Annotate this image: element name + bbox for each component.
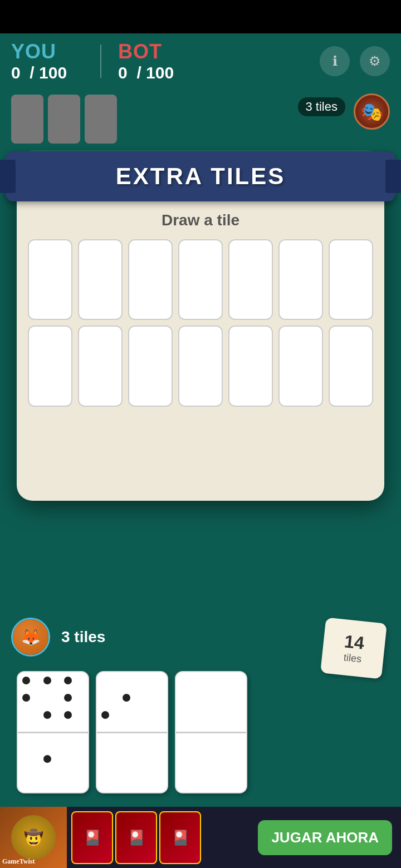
- dot: [123, 755, 130, 763]
- score-divider: [100, 45, 101, 78]
- dot: [143, 694, 151, 702]
- player-tiles-count: 3 tiles: [61, 628, 105, 646]
- you-max-score: / 100: [30, 63, 67, 82]
- extra-tile-5[interactable]: [228, 239, 273, 320]
- player-hand: [11, 671, 247, 793]
- dot: [43, 738, 51, 746]
- dot: [143, 772, 151, 780]
- player-tile-1-top: [18, 672, 88, 732]
- dot: [101, 694, 109, 702]
- player-avatar-inner: 🦊: [13, 619, 48, 655]
- extra-tile-4[interactable]: [178, 239, 223, 320]
- extra-tile-11[interactable]: [178, 326, 223, 406]
- score-header: YOU 0 / 100 BOT 0 / 100 ℹ ⚙: [0, 33, 401, 89]
- dot: [180, 694, 188, 702]
- draw-pile[interactable]: 14 tiles: [320, 618, 387, 679]
- dot: [101, 711, 109, 719]
- ad-card-strip: 🎴 🎴 🎴: [67, 807, 258, 868]
- dot: [22, 738, 30, 746]
- info-button[interactable]: ℹ: [320, 46, 350, 76]
- extra-tile-8[interactable]: [28, 326, 72, 406]
- you-score-section: YOU 0 / 100: [11, 40, 67, 82]
- dot: [180, 677, 188, 684]
- dot: [143, 755, 151, 763]
- dot: [64, 677, 72, 684]
- dot: [64, 772, 72, 780]
- dot: [202, 738, 209, 746]
- dot: [222, 772, 230, 780]
- ad-cta-button[interactable]: JUGAR AHORA: [258, 820, 392, 855]
- ad-card-1: 🎴: [71, 811, 113, 864]
- draw-pile-label: tiles: [343, 652, 362, 665]
- extra-tile-7[interactable]: [329, 239, 373, 320]
- player-tile-2-top: [97, 672, 167, 732]
- ad-card-3: 🎴: [159, 811, 201, 864]
- extra-tile-14[interactable]: [329, 326, 373, 406]
- player-avatar: 🦊: [11, 618, 50, 657]
- player-tile-1[interactable]: [17, 671, 89, 793]
- dot: [222, 694, 230, 702]
- extra-tile-6[interactable]: [278, 239, 323, 320]
- dot: [101, 677, 109, 684]
- dot: [202, 677, 209, 684]
- player-tile-1-bottom: [18, 733, 88, 793]
- dot: [180, 755, 188, 763]
- modal-title: EXTRA TILES: [116, 163, 285, 190]
- dot: [123, 694, 130, 702]
- you-score-value: 0: [11, 63, 21, 82]
- you-label: YOU: [11, 40, 56, 63]
- bot-label: BOT: [118, 40, 162, 63]
- you-score: 0 / 100: [11, 63, 67, 82]
- player-tile-3-bottom: [176, 733, 246, 793]
- dot: [222, 677, 230, 684]
- extra-tile-12[interactable]: [228, 326, 273, 406]
- header-icons: ℹ ⚙: [320, 46, 390, 76]
- dot: [202, 772, 209, 780]
- ad-card-2: 🎴: [115, 811, 157, 864]
- dot: [22, 755, 30, 763]
- player-tile-2-bottom: [97, 733, 167, 793]
- dot: [43, 694, 51, 702]
- dot: [123, 772, 130, 780]
- player-tile-2[interactable]: [96, 671, 168, 793]
- dot: [43, 711, 51, 719]
- dot: [43, 677, 51, 684]
- bot-score: 0 / 100: [118, 63, 174, 82]
- dot: [123, 711, 130, 719]
- dot: [64, 755, 72, 763]
- dot: [222, 738, 230, 746]
- extra-tile-1[interactable]: [28, 239, 72, 320]
- modal-subtitle: Draw a tile: [17, 211, 384, 229]
- dot: [123, 677, 130, 684]
- settings-icon: ⚙: [369, 53, 381, 69]
- dot: [180, 738, 188, 746]
- dot: [101, 738, 109, 746]
- settings-button[interactable]: ⚙: [360, 46, 390, 76]
- bot-tiles-count-badge: 3 tiles: [298, 97, 345, 116]
- bot-tile-2: [48, 95, 80, 144]
- dot: [222, 755, 230, 763]
- extra-tile-13[interactable]: [278, 326, 323, 406]
- extra-tile-10[interactable]: [128, 326, 173, 406]
- dot: [222, 711, 230, 719]
- extra-tile-2[interactable]: [78, 239, 123, 320]
- dot: [64, 694, 72, 702]
- extra-tiles-grid: [28, 239, 373, 407]
- dot: [143, 677, 151, 684]
- player-info-row: 🦊 3 tiles: [11, 618, 105, 657]
- info-icon: ℹ: [332, 53, 338, 69]
- dot: [143, 738, 151, 746]
- dot: [22, 711, 30, 719]
- draw-pile-number: 14: [343, 631, 365, 654]
- extra-tile-3[interactable]: [128, 239, 173, 320]
- bot-score-value: 0: [118, 63, 128, 82]
- dot: [43, 772, 51, 780]
- dot: [180, 711, 188, 719]
- ad-banner: GameTwist 🤠 🎴 🎴 🎴 JUGAR AHORA: [0, 807, 401, 868]
- player-tile-3[interactable]: [175, 671, 247, 793]
- dot: [180, 772, 188, 780]
- dot: [143, 711, 151, 719]
- dot: [22, 677, 30, 684]
- dot: [101, 755, 109, 763]
- extra-tile-9[interactable]: [78, 326, 123, 406]
